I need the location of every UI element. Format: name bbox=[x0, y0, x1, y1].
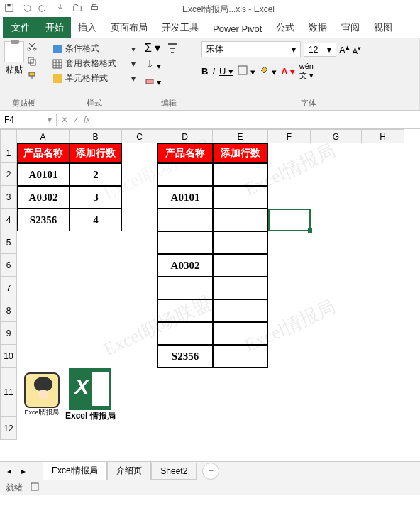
cell[interactable] bbox=[213, 186, 268, 209]
name-box[interactable]: F4▾ bbox=[0, 114, 57, 126]
sheet-tab[interactable]: 介绍页 bbox=[107, 461, 151, 480]
sheet-nav-first[interactable]: ◂ bbox=[7, 466, 11, 476]
row-header[interactable]: 12 bbox=[0, 417, 17, 440]
sum-icon[interactable]: Σ ▾ bbox=[145, 41, 161, 55]
enter-icon[interactable]: ✓ bbox=[72, 115, 79, 125]
col-header[interactable]: C bbox=[122, 129, 158, 143]
cell[interactable] bbox=[213, 299, 268, 322]
format-painter-icon[interactable] bbox=[27, 71, 37, 83]
cell[interactable] bbox=[213, 322, 268, 345]
fill-icon[interactable]: ▾ bbox=[145, 59, 161, 71]
row-header[interactable]: 8 bbox=[0, 299, 17, 322]
cell[interactable]: S2356 bbox=[158, 345, 213, 368]
macro-icon[interactable] bbox=[30, 482, 40, 494]
quick-access-toolbar: Excel情报局...xls - Excel bbox=[0, 0, 420, 18]
cell[interactable]: A0101 bbox=[17, 163, 70, 186]
copy-icon[interactable] bbox=[27, 56, 37, 68]
cell[interactable] bbox=[213, 277, 268, 299]
tab-review[interactable]: 审阅 bbox=[334, 17, 367, 38]
cell[interactable] bbox=[158, 209, 213, 231]
row-header[interactable]: 4 bbox=[0, 209, 17, 231]
cell[interactable]: 产品名称 bbox=[158, 143, 213, 163]
fill-color-button[interactable]: ▾ bbox=[260, 65, 277, 77]
tab-layout[interactable]: 页面布局 bbox=[104, 17, 155, 38]
cell[interactable] bbox=[213, 209, 268, 231]
cell[interactable] bbox=[213, 231, 268, 254]
font-name-select[interactable]: 宋体▾ bbox=[201, 41, 301, 57]
cell[interactable] bbox=[158, 163, 213, 186]
cell[interactable]: A0302 bbox=[17, 186, 70, 209]
save-icon[interactable] bbox=[4, 3, 14, 15]
redo-icon[interactable] bbox=[38, 3, 48, 15]
shrink-font-icon[interactable]: A▾ bbox=[353, 44, 361, 55]
tab-insert[interactable]: 插入 bbox=[71, 17, 104, 38]
border-button[interactable]: ▾ bbox=[238, 65, 255, 77]
row-header[interactable]: 3 bbox=[0, 186, 17, 209]
cell[interactable] bbox=[158, 322, 213, 345]
touch-icon[interactable] bbox=[55, 3, 65, 15]
cell[interactable]: 添加行数 bbox=[213, 143, 268, 163]
sheet-tab[interactable]: Sheet2 bbox=[151, 463, 197, 480]
font-color-button[interactable]: A ▾ bbox=[281, 66, 295, 77]
cancel-icon[interactable]: ✕ bbox=[61, 115, 68, 125]
col-header[interactable]: B bbox=[70, 129, 122, 143]
cell[interactable] bbox=[158, 277, 213, 299]
italic-button[interactable]: I bbox=[212, 66, 215, 77]
cell[interactable]: 3 bbox=[70, 186, 122, 209]
add-sheet-button[interactable]: + bbox=[202, 463, 219, 480]
paste-button[interactable]: 粘贴 bbox=[4, 41, 24, 83]
fx-icon[interactable]: fx bbox=[84, 115, 90, 125]
row-header[interactable]: 10 bbox=[0, 345, 17, 368]
open-icon[interactable] bbox=[72, 3, 82, 15]
cell-style[interactable]: 单元格样式▾ bbox=[52, 71, 136, 86]
cell[interactable]: 添加行数 bbox=[70, 143, 122, 163]
cell[interactable]: A0302 bbox=[158, 254, 213, 277]
conditional-format[interactable]: 条件格式▾ bbox=[52, 41, 136, 56]
row-header[interactable]: 2 bbox=[0, 163, 17, 186]
tab-data[interactable]: 数据 bbox=[302, 17, 334, 38]
row-header[interactable]: 9 bbox=[0, 322, 17, 345]
table-format[interactable]: 套用表格格式▾ bbox=[52, 56, 136, 71]
tab-view[interactable]: 视图 bbox=[367, 17, 399, 38]
cell[interactable]: 4 bbox=[70, 209, 122, 231]
cell[interactable] bbox=[213, 345, 268, 368]
col-header[interactable]: H bbox=[362, 129, 404, 143]
sheet-tab-active[interactable]: Excel情报局 bbox=[43, 461, 107, 480]
cell[interactable]: 2 bbox=[70, 163, 122, 186]
font-size-select[interactable]: 12▾ bbox=[304, 43, 336, 57]
cell[interactable]: S2356 bbox=[17, 209, 70, 231]
grow-font-icon[interactable]: A▴ bbox=[339, 43, 350, 55]
row-header[interactable]: 6 bbox=[0, 254, 17, 277]
tab-formula[interactable]: 公式 bbox=[269, 17, 302, 38]
phonetic-button[interactable]: wén文 ▾ bbox=[299, 62, 314, 81]
col-header[interactable]: E bbox=[213, 129, 268, 143]
row-header[interactable]: 7 bbox=[0, 277, 17, 299]
spreadsheet-grid[interactable]: ABCDEFGH 123456789101112 产品名称添加行数A01012A… bbox=[0, 129, 420, 461]
tab-dev[interactable]: 开发工具 bbox=[155, 17, 206, 38]
row-header[interactable]: 1 bbox=[0, 143, 17, 163]
col-header[interactable]: G bbox=[311, 129, 362, 143]
cell[interactable] bbox=[213, 254, 268, 277]
col-header[interactable]: A bbox=[17, 129, 70, 143]
clear-icon[interactable]: ▾ bbox=[145, 75, 161, 87]
cell[interactable]: A0101 bbox=[158, 186, 213, 209]
row-header[interactable]: 5 bbox=[0, 231, 17, 254]
cut-icon[interactable] bbox=[27, 41, 37, 53]
cell[interactable] bbox=[158, 231, 213, 254]
col-header[interactable]: F bbox=[268, 129, 311, 143]
sort-filter[interactable] bbox=[165, 41, 179, 87]
cell[interactable] bbox=[213, 163, 268, 186]
row-header[interactable]: 11 bbox=[0, 368, 17, 417]
tab-file[interactable]: 文件 bbox=[3, 17, 38, 38]
bold-button[interactable]: B bbox=[201, 66, 208, 77]
tab-pivot[interactable]: Power Pivot bbox=[206, 19, 269, 38]
tab-home[interactable]: 开始 bbox=[38, 17, 71, 38]
sheet-nav-last[interactable]: ▸ bbox=[21, 466, 26, 476]
undo-icon[interactable] bbox=[21, 3, 31, 15]
col-header[interactable]: D bbox=[158, 129, 213, 143]
cell[interactable]: 产品名称 bbox=[17, 143, 70, 163]
select-all-corner[interactable] bbox=[0, 129, 17, 143]
underline-button[interactable]: U ▾ bbox=[219, 66, 233, 77]
cell[interactable] bbox=[158, 299, 213, 322]
print-icon[interactable] bbox=[89, 3, 99, 15]
